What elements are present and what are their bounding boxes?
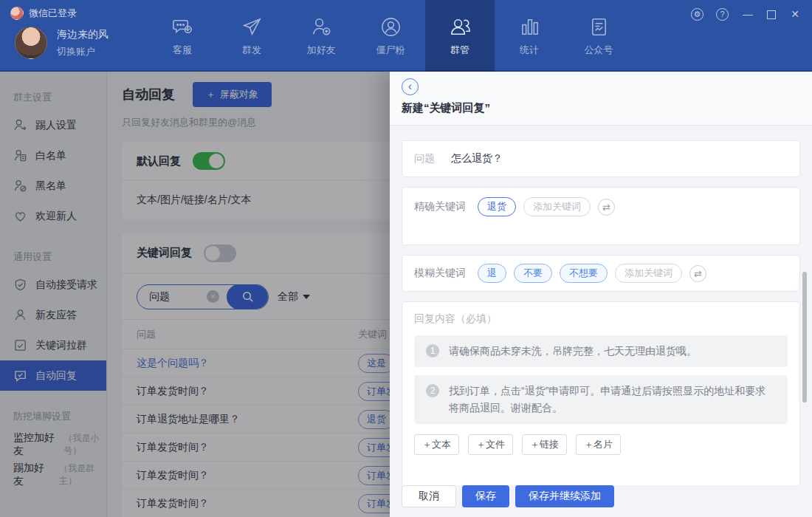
question-field-card: 问题	[402, 140, 800, 177]
main-nav: 客服 群发 加好友 僵尸粉 群管 统计 公众号	[148, 0, 633, 72]
add-link-button[interactable]: ＋链接	[522, 434, 567, 455]
nav-label: 群发	[242, 44, 261, 57]
people-icon	[449, 16, 472, 38]
nav-label: 群管	[450, 44, 469, 57]
window-controls: ⚙ ? — ✕	[691, 7, 802, 21]
new-keyword-reply-panel: ‹ 新建“关键词回复” 问题 精确关键词 退货 添加关键词 ⇄ 模糊关键词 退	[390, 72, 812, 517]
add-file-button[interactable]: ＋文件	[468, 434, 513, 455]
login-status: 微信已登录	[10, 7, 77, 20]
switch-account-link[interactable]: 切换账户	[57, 45, 109, 58]
add-card-button[interactable]: ＋名片	[576, 434, 621, 455]
maximize-button[interactable]	[767, 10, 776, 19]
close-button[interactable]: ✕	[788, 7, 802, 21]
title-bar: 微信已登录 海边来的风 切换账户 客服 群发 加好友 僵尸粉 群管	[0, 0, 812, 72]
question-input[interactable]	[451, 153, 788, 165]
workspace: 群主设置 踢人设置 白名单 黑名单 欢迎新人 通用设置 自动接受请求 新友应答	[0, 72, 812, 517]
reply-content-label: 回复内容（必填）	[414, 312, 788, 326]
keyword-chip[interactable]: 不想要	[560, 264, 608, 283]
keyword-chip[interactable]: 退货	[478, 197, 516, 216]
exact-keywords-label: 精确关键词	[414, 200, 466, 213]
login-status-text: 微信已登录	[29, 7, 77, 20]
panel-body: 问题 精确关键词 退货 添加关键词 ⇄ 模糊关键词 退 不要 不想要 添加关键词	[390, 126, 812, 485]
save-button[interactable]: 保存	[462, 485, 509, 507]
exact-keywords-card: 精确关键词 退货 添加关键词 ⇄	[402, 187, 800, 245]
reply-item[interactable]: 1 请确保商品未穿未洗，吊牌完整，七天无理由退货哦。	[414, 335, 788, 367]
wechat-status-avatar	[10, 7, 24, 20]
panel-title: 新建“关键词回复”	[402, 101, 800, 115]
bar-chart-icon	[518, 16, 541, 38]
nav-mass-send[interactable]: 群发	[217, 0, 286, 72]
nav-label: 公众号	[585, 44, 613, 57]
cancel-button[interactable]: 取消	[402, 485, 456, 507]
swap-icon[interactable]: ⇄	[598, 199, 615, 216]
fuzzy-keywords-label: 模糊关键词	[414, 267, 466, 280]
reply-item-number: 1	[426, 344, 439, 357]
nav-group-manage[interactable]: 群管	[425, 0, 495, 72]
minimize-button[interactable]: —	[741, 7, 754, 21]
add-text-button[interactable]: ＋文本	[414, 434, 459, 455]
save-and-continue-button[interactable]: 保存并继续添加	[515, 485, 614, 507]
nav-official-account[interactable]: 公众号	[564, 0, 633, 72]
nav-zombie-fans[interactable]: 僵尸粉	[356, 0, 425, 72]
panel-footer: 取消 保存 保存并继续添加	[390, 485, 812, 517]
reply-item-text: 请确保商品未穿未洗，吊牌完整，七天无理由退货哦。	[449, 343, 697, 360]
swap-icon[interactable]: ⇄	[689, 265, 706, 282]
add-keyword-button[interactable]: 添加关键词	[615, 264, 682, 283]
help-icon[interactable]: ?	[716, 8, 729, 21]
fuzzy-keywords-card: 模糊关键词 退 不要 不想要 添加关键词 ⇄	[402, 255, 800, 292]
reply-item[interactable]: 2 找到订单，点击“退货”申请即可。申请通过后请按照显示的地址和要求将商品退回。…	[414, 375, 788, 424]
panel-scrollbar-thumb[interactable]	[802, 272, 807, 403]
paper-plane-icon	[241, 16, 264, 38]
back-button[interactable]: ‹	[402, 78, 419, 95]
account-name: 海边来的风	[57, 28, 109, 41]
user-avatar	[15, 27, 47, 59]
person-plus-icon	[310, 16, 333, 38]
nav-add-friend[interactable]: 加好友	[286, 0, 356, 72]
keyword-chip[interactable]: 退	[478, 264, 506, 283]
account-block: 海边来的风 切换账户	[15, 27, 109, 59]
reply-item-number: 2	[426, 384, 439, 397]
settings-gear-icon[interactable]: ⚙	[691, 8, 703, 21]
nav-label: 统计	[520, 44, 539, 57]
nav-statistics[interactable]: 统计	[495, 0, 564, 72]
person-circle-icon	[379, 16, 402, 38]
nav-label: 加好友	[307, 44, 336, 57]
nav-customer-service[interactable]: 客服	[148, 0, 217, 72]
nav-label: 僵尸粉	[376, 44, 405, 57]
reply-item-text: 找到订单，点击“退货”申请即可。申请通过后请按照显示的地址和要求将商品退回。谢谢…	[449, 383, 776, 417]
nav-label: 客服	[173, 44, 192, 57]
panel-header: ‹ 新建“关键词回复”	[390, 72, 812, 126]
doc-chart-icon	[588, 16, 610, 38]
question-label: 问题	[414, 152, 435, 165]
add-keyword-button[interactable]: 添加关键词	[523, 197, 591, 216]
reply-content-card: 回复内容（必填） 1 请确保商品未穿未洗，吊牌完整，七天无理由退货哦。 2 找到…	[402, 301, 800, 485]
keyword-chip[interactable]: 不要	[514, 264, 552, 283]
chat-check-icon	[171, 16, 194, 38]
